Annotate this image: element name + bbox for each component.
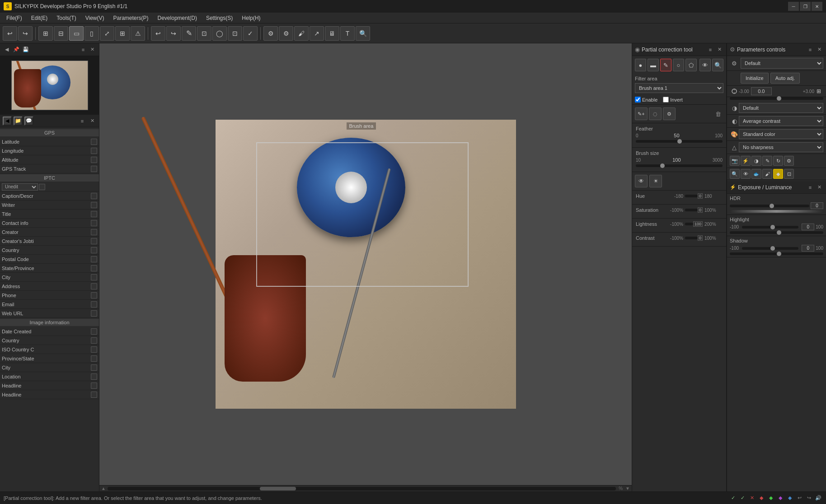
shadow-slider-thumb[interactable] xyxy=(770,246,775,251)
exp-pin-button[interactable]: ≡ xyxy=(806,183,814,191)
partial-close-button[interactable]: ✕ xyxy=(715,46,723,54)
grid-button[interactable]: ⊞ xyxy=(115,26,130,41)
bottom-icon-check1[interactable]: ✓ xyxy=(729,494,737,502)
bottom-icon-undo[interactable]: ↩ xyxy=(795,494,803,502)
shadow-slider-track[interactable] xyxy=(742,247,798,250)
invert-checkbox-label[interactable]: Invert xyxy=(663,97,683,103)
shadow-value-box[interactable]: 0 xyxy=(802,245,814,252)
highlight-thumb-2[interactable] xyxy=(777,230,781,235)
bottom-icon-redo[interactable]: ↪ xyxy=(805,494,813,502)
rotate-right-button[interactable]: ↪ xyxy=(166,26,181,41)
export-button[interactable]: ↗ xyxy=(310,26,324,41)
brushsize-slider-track[interactable] xyxy=(636,164,723,167)
highlight-slider-thumb[interactable] xyxy=(770,225,775,229)
hue-slider-track[interactable] xyxy=(685,195,698,197)
preset-select[interactable]: Default xyxy=(741,58,823,69)
color-select[interactable]: Standard color xyxy=(739,129,823,139)
view-sun-btn[interactable]: ☀ xyxy=(649,175,662,187)
menu-view[interactable]: View(V) xyxy=(81,14,109,22)
exposure-value-box[interactable]: 0.0 xyxy=(751,87,772,95)
tone-select[interactable]: Default xyxy=(739,103,823,113)
sharpness-select[interactable]: No sharpness xyxy=(739,142,823,152)
tool-noise-btn[interactable]: ⚙ xyxy=(784,156,794,166)
params-pin-button[interactable]: ≡ xyxy=(806,46,814,54)
light-val-box[interactable]: 100 xyxy=(693,221,703,227)
meta-row-iptc-select[interactable]: Unedit xyxy=(0,182,99,191)
hdr-slider-thumb[interactable] xyxy=(770,204,774,208)
tool-lens-btn[interactable]: 🔍 xyxy=(730,169,740,179)
contrast-slider-track[interactable] xyxy=(685,237,698,239)
horizontal-scrollbar[interactable]: ▲ % ▼ xyxy=(99,485,632,491)
feather-slider-thumb[interactable] xyxy=(677,139,682,144)
image-area[interactable]: Brush area xyxy=(99,43,632,485)
left-nav-pin[interactable]: 📌 xyxy=(12,46,20,54)
menu-tools[interactable]: Tools(T) xyxy=(52,14,80,22)
menu-parameters[interactable]: Parameters(P) xyxy=(109,14,153,22)
brush-delete-btn[interactable]: 🗑 xyxy=(713,108,723,119)
redo-button[interactable]: ↪ xyxy=(18,26,33,41)
menu-development[interactable]: Development(D) xyxy=(153,14,202,22)
partial-pin-button[interactable]: ≡ xyxy=(706,46,714,54)
scrollbar-thumb[interactable] xyxy=(260,487,296,490)
auto-adj-button[interactable]: Auto adj. xyxy=(770,73,800,84)
left-nav-prev[interactable]: ◀ xyxy=(3,46,11,54)
menu-help[interactable]: Help(H) xyxy=(237,14,265,22)
shadow-thumb-2[interactable] xyxy=(777,252,781,256)
sat-slider-track[interactable] xyxy=(685,209,698,211)
tool-yellow-btn[interactable]: ◆ xyxy=(773,169,783,179)
tool-curve-btn[interactable]: ⚡ xyxy=(741,156,751,166)
ellipse-filter-btn[interactable]: ○ xyxy=(673,59,684,71)
warning-button[interactable]: ⚠ xyxy=(131,26,145,41)
metadata-panel[interactable]: GPS Latitude Longitude Altitude GPS Trac… xyxy=(0,127,99,491)
settings-button[interactable]: ⚙ xyxy=(263,26,278,41)
brush-erase-btn[interactable]: ◌ xyxy=(649,107,662,120)
rect-filter-btn[interactable]: ▬ xyxy=(648,59,659,71)
sat-val-box[interactable]: 0 xyxy=(698,207,703,213)
highlight-value-box[interactable]: 0 xyxy=(802,224,814,230)
rotate-left-button[interactable]: ↩ xyxy=(151,26,165,41)
view-dual-button[interactable]: ▯ xyxy=(84,26,99,41)
iptc-select[interactable]: Unedit xyxy=(2,183,38,191)
close-button[interactable]: ✕ xyxy=(812,2,822,11)
tool-color2-btn[interactable]: 🖌 xyxy=(762,169,772,179)
highlight-slider-track[interactable] xyxy=(742,226,798,229)
enable-checkbox-label[interactable]: Enable xyxy=(635,97,657,103)
fit-button[interactable]: ⤢ xyxy=(100,26,114,41)
zoom-button[interactable]: 🔍 xyxy=(356,26,370,41)
bottom-icon-red[interactable]: ◆ xyxy=(757,494,765,502)
hdr-slider-track[interactable] xyxy=(730,205,809,207)
tool-camera-btn[interactable]: 📷 xyxy=(730,156,740,166)
stamp-button[interactable]: ⊡ xyxy=(197,26,211,41)
view-single-button[interactable]: ▭ xyxy=(69,26,84,41)
bottom-icon-purple[interactable]: ◆ xyxy=(776,494,784,502)
tool-bw-btn[interactable]: ◑ xyxy=(751,156,761,166)
enable-checkbox[interactable] xyxy=(635,97,641,103)
hdr-value-box[interactable]: 0 xyxy=(811,202,823,209)
bottom-icon-blue[interactable]: ◆ xyxy=(786,494,794,502)
nav-menu-button[interactable]: ≡ xyxy=(78,117,86,125)
bottom-icon-x[interactable]: ✕ xyxy=(748,494,756,502)
left-nav-save[interactable]: 💾 xyxy=(22,46,30,54)
minimize-button[interactable]: ─ xyxy=(788,2,799,11)
feather-slider-track[interactable] xyxy=(636,140,723,143)
exposure-slider-thumb[interactable] xyxy=(777,96,781,101)
restore-button[interactable]: ❐ xyxy=(800,2,811,11)
text-button[interactable]: T xyxy=(340,26,355,41)
paint-button[interactable]: 🖌 xyxy=(294,26,309,41)
contrast-val-box[interactable]: 0 xyxy=(698,235,703,241)
settings2-button[interactable]: ⚙ xyxy=(279,26,293,41)
nav-folder-button[interactable]: 📁 xyxy=(14,117,23,126)
menu-edit[interactable]: Edit(E) xyxy=(27,14,52,22)
brush-filter-btn[interactable]: ✎ xyxy=(660,59,671,71)
contrast-select[interactable]: Average contrast xyxy=(739,116,823,126)
circle-button[interactable]: ◯ xyxy=(212,26,227,41)
tool-pencil-btn[interactable]: ✎ xyxy=(762,156,772,166)
tool-crop-btn[interactable]: ⊡ xyxy=(784,169,794,179)
left-panel-menu[interactable]: ≡ xyxy=(79,46,87,54)
nav-comment-button[interactable]: 💬 xyxy=(24,117,33,126)
exp-close-button[interactable]: ✕ xyxy=(815,183,823,191)
menu-settings[interactable]: Settings(S) xyxy=(202,14,237,22)
view-grid-button[interactable]: ⊞ xyxy=(38,26,53,41)
bottom-icon-green[interactable]: ◆ xyxy=(767,494,775,502)
view-eye-btn[interactable]: 👁 xyxy=(635,175,648,187)
